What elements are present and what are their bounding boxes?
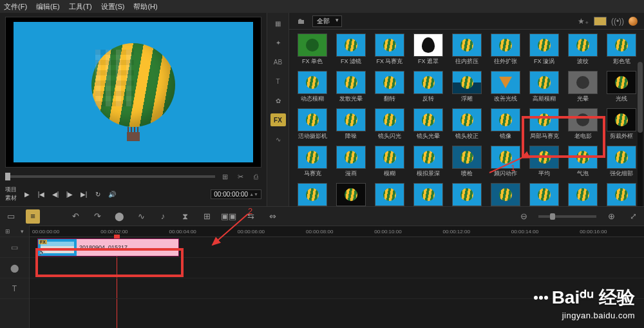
fx-item[interactable] [410,183,446,206]
overlay-track[interactable] [30,258,644,278]
auto-music-button[interactable]: ♪ [156,209,170,224]
volume-button[interactable]: 🔊 [106,188,118,200]
color-orb-icon[interactable] [629,17,638,26]
overlay-track-header[interactable]: ⬤ [0,258,29,278]
fx-item[interactable]: 翻转 [372,71,408,106]
fx-item[interactable]: 马赛克 [294,146,330,180]
menu-help[interactable]: 帮助(H) [133,2,157,12]
library-media-icon[interactable]: ▦ [270,17,286,30]
zoom-out-button[interactable]: ⊖ [516,209,531,224]
split-icon[interactable]: ⎙ [250,171,261,182]
menu-tool[interactable]: 工具(T) [69,2,92,12]
fx-item[interactable] [294,183,330,206]
undo-button[interactable]: ↶ [68,209,82,224]
audio-mixer-button[interactable]: ∿ [134,209,148,224]
filmstrip-icon[interactable] [594,17,607,26]
collapse-icon[interactable]: ▾ [21,228,24,235]
fx-item[interactable]: 漫画 [333,146,369,180]
title-track-header[interactable]: T [0,278,29,299]
tracks-area[interactable]: FX 🔊 20180904_015217 [30,237,644,328]
fx-item[interactable]: 局部马赛克 [526,108,562,143]
step-fwd-button[interactable]: |▶ [63,188,76,200]
prev-frame-button[interactable]: |◀ [35,188,48,200]
fx-item[interactable]: 模糊 [372,146,408,180]
fx-item[interactable]: 镜头光晕 [410,108,446,143]
play-button[interactable]: ▶ [21,188,33,200]
fx-item[interactable] [488,183,524,206]
fx-item[interactable]: 喷枪 [449,146,485,180]
fx-item[interactable]: 老电影 [565,108,601,143]
fit-project-button[interactable]: ⤢ [626,209,640,224]
fx-item[interactable]: 彩色笔 [603,34,639,68]
fx-item[interactable] [372,183,408,206]
library-graphic-icon[interactable]: ✿ [270,94,286,107]
fx-item[interactable]: 降噪 [333,108,369,143]
fx-item[interactable]: 改善光线 [488,71,524,106]
fx-item[interactable]: FX 马赛克 [372,34,408,68]
library-fx-icon[interactable]: FX [270,113,286,126]
time-ruler[interactable]: 00:00:00:0000:00:02:0000:00:04:0000:00:0… [0,226,644,237]
marker-button[interactable]: ⧗ [178,209,192,224]
toggle-icon[interactable]: ⊞ [5,228,10,235]
chapter-button[interactable]: ▣▣ [222,209,236,224]
fx-item[interactable]: 强化细部 [603,146,639,180]
favorite-icon[interactable]: ★₊ [577,15,589,27]
library-sparkle-icon[interactable]: ✦ [270,36,286,49]
fx-item[interactable] [333,183,369,206]
zoom-slider[interactable] [538,215,596,218]
track-button[interactable]: ⊞ [200,209,214,224]
record-button[interactable]: ⬤ [112,209,126,224]
zoom-in-button[interactable]: ⊕ [604,209,618,224]
fx-item[interactable]: 镜头校正 [449,108,485,143]
fx-item[interactable]: FX 滤镜 [333,34,369,68]
fx-item[interactable]: 镜像 [488,108,524,143]
fx-item[interactable]: 活动摄影机 [294,108,330,143]
timecode-display[interactable]: 00:00:00:00 ▲▼ [211,189,261,199]
fx-item[interactable]: 波纹 [565,34,601,68]
timeline-view-button[interactable]: ≡ [26,209,40,224]
tab-clip[interactable]: 素材 [5,194,17,202]
fx-item[interactable]: 浮雕 [449,71,485,106]
menu-setting[interactable]: 设置(S) [101,2,125,12]
fx-item[interactable] [603,183,639,206]
tab-project[interactable]: 项目 [5,186,17,194]
fx-item[interactable]: 模拟景深 [410,146,446,180]
loop-button[interactable]: ↻ [91,188,104,200]
progress-slider[interactable] [5,175,215,178]
fx-item[interactable]: 动态模糊 [294,71,330,106]
step-back-button[interactable]: ◀| [49,188,62,200]
system-icon[interactable]: ⊞ [219,171,231,182]
fx-item[interactable] [449,183,485,206]
fx-item[interactable]: FX 漩涡 [526,34,562,68]
next-frame-button[interactable]: ▶| [77,188,90,200]
fx-item[interactable]: 高斯模糊 [526,71,562,106]
fx-item[interactable]: 镜头闪光 [372,108,408,143]
storyboard-view-button[interactable]: ▭ [4,209,18,224]
fx-item[interactable]: 平均 [526,146,562,180]
sound-icon[interactable]: ((•)) [612,15,623,27]
fx-item[interactable]: 频闪动作 [488,146,524,180]
preview-viewport[interactable] [5,17,261,168]
fit-button[interactable]: ⇔ [265,209,279,224]
video-track[interactable]: FX 🔊 20180904_015217 [30,237,644,258]
fx-item[interactable]: 光线 [603,71,639,106]
fx-item[interactable]: FX 遮罩 [410,34,446,68]
fx-item[interactable]: 往内挤压 [449,34,485,68]
video-track-header[interactable]: ▭ [0,237,29,258]
library-transition-icon[interactable]: AB [270,55,286,68]
fx-item[interactable]: 气泡 [565,146,601,180]
library-title-icon[interactable]: T [270,75,286,88]
fx-item[interactable]: 剪裁外框 [603,108,639,143]
video-clip[interactable]: FX 🔊 20180904_015217 [37,238,179,256]
fx-item[interactable]: FX 单色 [294,34,330,68]
fx-item[interactable]: 光晕 [565,71,601,106]
menu-edit[interactable]: 编辑(E) [36,2,60,12]
scrollbar[interactable] [638,62,643,206]
fx-item[interactable]: 往外扩张 [488,34,524,68]
fx-item[interactable] [565,183,601,206]
fx-item[interactable]: 发散光晕 [333,71,369,106]
fx-item[interactable]: 反转 [410,71,446,106]
cut-icon[interactable]: ✂ [234,171,246,182]
folder-icon[interactable]: 🖿 [296,15,307,27]
category-dropdown[interactable]: 全部 [312,15,342,27]
